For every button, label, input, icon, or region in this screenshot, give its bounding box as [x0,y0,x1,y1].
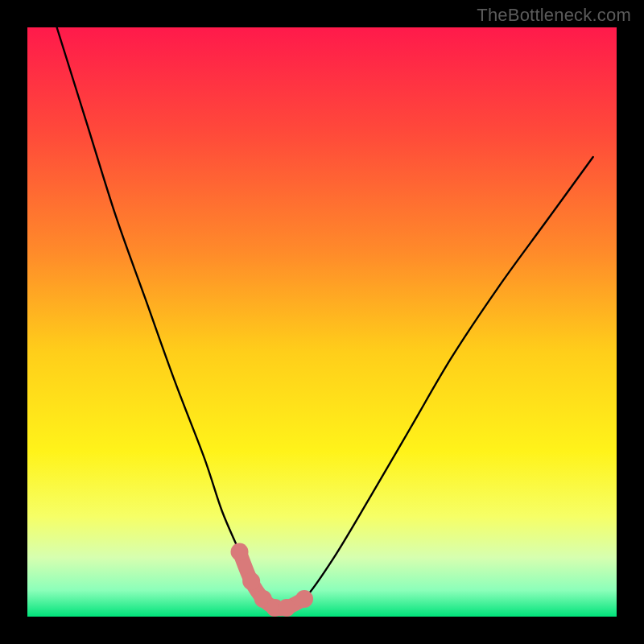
optimal-zone-dot [231,543,249,560]
watermark-text: TheBottleneck.com [477,5,631,26]
plot-background [27,27,617,617]
bottleneck-chart [0,0,644,644]
chart-frame: TheBottleneck.com [0,0,644,644]
optimal-zone-dot [242,572,260,590]
optimal-zone-dot [278,599,295,617]
optimal-zone-dot [295,590,313,608]
